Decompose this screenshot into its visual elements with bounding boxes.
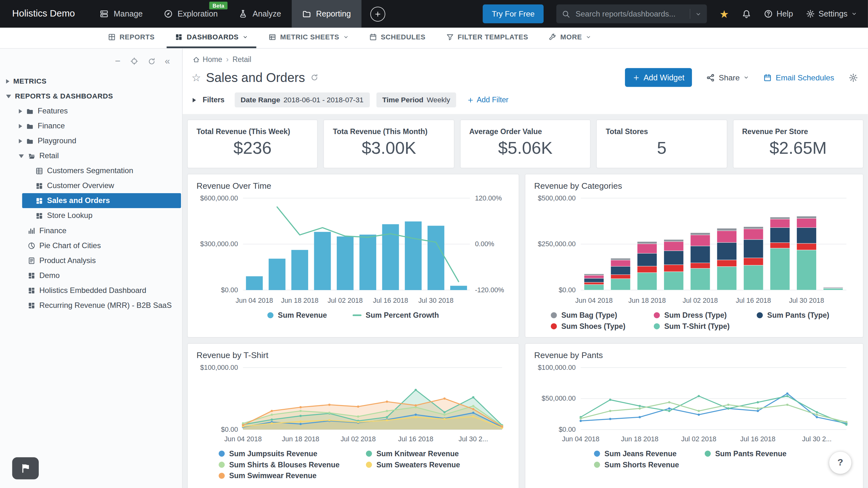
sidebar-collapse-button[interactable]: « [164,57,170,66]
app-brand[interactable]: Holistics Demo [0,8,89,20]
legend-item-sum-revenue[interactable]: Sum Revenue [268,311,327,319]
legend-item-sum-knitwear-revenue[interactable]: Sum Knitwear Revenue [366,450,510,458]
legend-item-sum-jumpsuits-revenue[interactable]: Sum Jumpsuits Revenue [219,450,366,458]
help-fab-button[interactable]: ? [829,452,851,474]
caret-down-icon[interactable] [6,94,11,97]
create-new-button[interactable] [370,6,385,21]
feedback-widget-button[interactable] [12,457,39,480]
feedback-icon [20,463,31,474]
sidebar-item-customer-overview[interactable]: Customer Overview [0,178,182,193]
caret-right-icon[interactable] [6,79,9,83]
subnav-item-filter-templates[interactable]: FILTER TEMPLATES [438,28,537,48]
add-widget-button[interactable]: Add Widget [625,68,692,87]
kpi-card-total-stores[interactable]: Total Stores5 [596,119,727,168]
sidebar-item-recurring-revenue-mrr-b2b-saas[interactable]: Recurring Revenue (MRR) - B2B SaaS [0,298,182,313]
legend-item-sum-jeans-revenue[interactable]: Sum Jeans Revenue [594,450,704,458]
notifications-bell-icon[interactable] [742,9,751,19]
svg-text:Jul 30 2...: Jul 30 2... [802,435,832,443]
filters-label[interactable]: Filters [203,96,225,104]
search-box[interactable] [556,4,707,23]
revenue-by-categories-chart[interactable]: $500,000.00$250,000.00$0.00Jun 04 2018Ju… [534,192,855,307]
sidebar-item-playground[interactable]: Playground [0,133,182,148]
legend-dot-icon [268,312,274,318]
sidebar-collapse-all-button[interactable]: − [115,57,120,66]
legend-item-sum-shirts-blouses-revenue[interactable]: Sum Shirts & Blouses Revenue [219,461,366,469]
sidebar-item-retail[interactable]: Retail [0,148,182,163]
legend-item-sum-shoes-type[interactable]: Sum Shoes (Type) [551,322,654,330]
subnav-item-more[interactable]: MORE [540,28,600,48]
sidebar-item-holistics-embedded-dashboard[interactable]: Holistics Embedded Dashboard [0,283,182,298]
legend-item-sum-pants-type[interactable]: Sum Pants (Type) [757,311,854,319]
svg-text:Jul 16 2018: Jul 16 2018 [398,435,433,443]
sidebar-item-label: Recurring Revenue (MRR) - B2B SaaS [39,301,172,309]
caret-right-icon[interactable] [19,139,22,143]
add-filter-button[interactable]: Add Filter [467,96,508,104]
caret-down-icon[interactable] [19,154,24,157]
caret-right-icon[interactable] [19,109,22,113]
legend-item-sum-shorts-revenue[interactable]: Sum Shorts Revenue [594,461,704,469]
filter-chip-date-range[interactable]: Date Range 2018-06-01 - 2018-07-31 [235,92,370,108]
legend-label: Sum Knitwear Revenue [376,450,459,458]
svg-text:Jun 18 2018: Jun 18 2018 [628,297,666,304]
kpi-card-tota-revenue-this-month[interactable]: Tota Revenue (This Month)$3.00K [323,119,454,168]
search-input[interactable] [575,9,685,19]
sidebar-item-sales-and-orders[interactable]: Sales and Orders [22,193,181,208]
legend-item-sum-bag-type[interactable]: Sum Bag (Type) [551,311,654,319]
filter-chip-time-period[interactable]: Time Period Weekly [376,92,456,108]
subnav-item-dashboards[interactable]: DASHBOARDS [167,28,256,48]
sidebar-item-demo[interactable]: Demo [0,268,182,283]
refresh-dashboard-icon[interactable] [310,74,318,81]
sidebar-locate-button[interactable] [130,57,138,65]
legend-item-sum-sweaters-revenue[interactable]: Sum Sweaters Revenue [366,461,510,469]
settings-menu[interactable]: Settings [806,9,857,19]
breadcrumb-current[interactable]: Retail [232,55,251,64]
kpi-card-average-order-value[interactable]: Average Order Value$5.06K [460,119,591,168]
share-button[interactable]: Share [707,73,749,82]
filters-expand-caret-icon[interactable] [192,98,196,102]
legend-item-sum-dress-type[interactable]: Sum Dress (Type) [654,311,757,319]
help-menu[interactable]: Help [764,9,793,19]
sidebar-refresh-button[interactable] [148,57,155,65]
widget-revenue-by-categories: Revenue by Categories $500,000.00$250,00… [525,174,864,338]
email-schedules-button[interactable]: Email Schedules [764,73,834,82]
topnav-item-analyze[interactable]: Analyze [228,0,292,28]
legend-item-sum-t-shirt-type[interactable]: Sum T-Shirt (Type) [654,322,757,330]
sidebar-item-customers-segmentation[interactable]: Customers Segmentation [0,163,182,178]
sidebar-item-pie-chart-of-cities[interactable]: Pie Chart of Cities [0,238,182,253]
subnav-item-reports[interactable]: REPORTS [100,28,163,48]
revenue-by-pants-chart[interactable]: $100,000.00$50,000.00$0.00Jun 04 2018Jun… [534,362,855,445]
sidebar-item-store-lookup[interactable]: Store Lookup [0,208,182,223]
breadcrumb-home[interactable]: Home [192,55,222,64]
kpi-card-revenue-per-store[interactable]: Revenue Per Store$2.65M [733,119,864,168]
sidebar-item-features[interactable]: Features [0,103,182,119]
sidebar-item-metrics[interactable]: METRICS [0,74,182,89]
svg-text:Jun 04 2018: Jun 04 2018 [236,297,273,304]
search-scope-caret[interactable] [689,9,701,19]
sidebar-item-product-analysis[interactable]: Product Analysis [0,253,182,268]
legend-item-sum-percent-growth[interactable]: Sum Percent Growth [352,311,439,319]
sidebar-item-label: Customers Segmentation [47,166,133,175]
sidebar-item-finance[interactable]: Finance [0,223,182,238]
sidebar-item-finance[interactable]: Finance [0,119,182,133]
kpi-card-total-revenue-this-week[interactable]: Total Revenue (This Week)$236 [187,119,318,168]
topnav-item-manage[interactable]: Manage [89,0,153,28]
topnav-item-exploration[interactable]: ExplorationBeta [153,0,228,28]
caret-down-icon [343,34,348,40]
try-for-free-button[interactable]: Try For Free [483,4,543,23]
subnav-item-metric-sheets[interactable]: METRIC SHEETS [260,28,357,48]
dashboard-settings-gear-icon[interactable] [848,73,858,82]
svg-text:Jul 30 2...: Jul 30 2... [459,435,488,443]
favorite-dashboard-star-icon[interactable]: ☆ [192,72,201,83]
legend-dot-icon [594,451,600,457]
sidebar-item-reports-dashboards[interactable]: REPORTS & DASHBOARDS [0,89,182,103]
topnav-item-label: Reporting [316,9,351,19]
revenue-by-t-shirt-chart[interactable]: $100,000.00$0.00Jun 04 2018Jun 18 2018Ju… [197,362,511,445]
favorites-star-icon[interactable]: ★ [720,8,729,19]
caret-right-icon[interactable] [19,124,22,128]
subnav-item-schedules[interactable]: SCHEDULES [361,28,434,48]
legend-item-sum-swimwear-revenue[interactable]: Sum Swimwear Revenue [219,471,366,480]
svg-text:Jun 04 2018: Jun 04 2018 [224,435,262,443]
revenue-over-time-chart[interactable]: $600,000.00$300,000.00$0.00120.00%0.00%-… [197,192,511,307]
topnav-item-reporting[interactable]: Reporting [292,0,361,28]
legend-dot-icon [219,451,225,457]
